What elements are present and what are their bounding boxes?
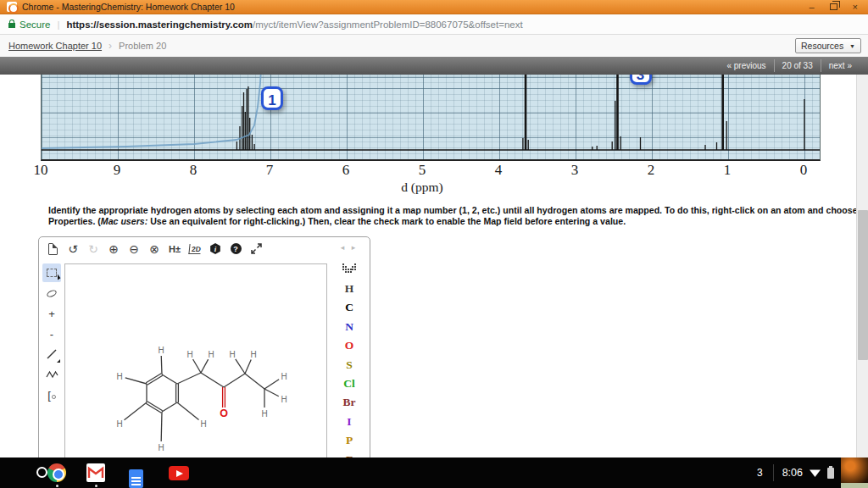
molecule-atom-H[interactable]: H (281, 372, 287, 381)
zoom-in-icon[interactable]: ⊕ (108, 242, 120, 256)
previous-button[interactable]: « previous (719, 59, 773, 72)
single-bond-tool[interactable] (42, 345, 61, 363)
url-separator: | (57, 19, 59, 30)
breadcrumb: Homework Chapter 10 › Problem 20 Resourc… (0, 35, 868, 57)
expand-icon[interactable] (250, 242, 262, 256)
peak-label-badge: 3 (630, 75, 652, 85)
tray-divider (773, 464, 774, 481)
address-bar[interactable]: Secure | https://session.masteringchemis… (0, 14, 868, 35)
resources-label: Resources (801, 41, 843, 51)
element-Br[interactable]: Br (332, 393, 366, 412)
chrome-icon[interactable] (47, 463, 66, 482)
wifi-icon[interactable] (810, 469, 821, 477)
chrome-window-icon (7, 2, 17, 12)
status-tray[interactable]: 3 8:06 (757, 458, 868, 488)
palette-scroll-arrows[interactable]: ◂ ▸ (341, 237, 359, 256)
add-remove-hydrogens-button[interactable]: H± (169, 242, 181, 256)
element-C[interactable]: C (332, 298, 366, 317)
element-P[interactable]: P (332, 431, 366, 450)
redo-icon[interactable]: ↻ (87, 242, 99, 256)
decrease-charge-tool[interactable]: - (42, 324, 61, 343)
notification-count[interactable]: 3 (757, 467, 763, 479)
resources-dropdown[interactable]: Resources ▼ (795, 38, 861, 53)
active-app-dot (56, 485, 58, 487)
axis-tick: 9 (114, 162, 121, 179)
molecule-atom-H[interactable]: H (116, 372, 122, 381)
close-button[interactable]: × (853, 3, 858, 11)
axis-tick: 0 (800, 162, 808, 179)
clean-2d-button[interactable]: 2D (189, 242, 201, 256)
eraser-tool[interactable] (42, 284, 61, 302)
gmail-icon[interactable] (86, 463, 105, 482)
taskbar-shelf: 3 8:06 (0, 458, 868, 488)
periodic-table-icon[interactable] (342, 261, 356, 276)
molecule-atom-H[interactable]: H (158, 443, 164, 452)
instruction-line-1: Identify the appropriate hydrogen atoms … (48, 205, 862, 216)
element-I[interactable]: I (332, 413, 366, 431)
instruction-text: Identify the appropriate hydrogen atoms … (48, 205, 862, 227)
next-button[interactable]: next » (821, 59, 860, 72)
pager-bar: « previous 20 of 33 next » (0, 57, 868, 75)
molecule-atom-O[interactable]: O (220, 408, 228, 419)
select-rectangle-tool[interactable] (42, 263, 61, 282)
zoom-out-icon[interactable]: ⊖ (128, 242, 140, 256)
page-scrollbar[interactable] (856, 75, 868, 458)
molecule-atom-H[interactable]: H (158, 346, 164, 355)
url-domain[interactable]: https://session.masteringchemistry.com (66, 19, 253, 30)
pager-position: 20 of 33 (774, 59, 821, 72)
wallpaper-thumbnail[interactable] (841, 458, 868, 488)
zoom-reset-icon[interactable]: ⊗ (148, 242, 160, 256)
group-abbreviation-tool[interactable]: [ (42, 385, 61, 404)
molecule-atom-H[interactable]: H (208, 350, 214, 359)
breadcrumb-separator: › (108, 40, 112, 52)
axis-tick: 7 (266, 162, 274, 179)
x-axis-ticks: 109876543210 (41, 162, 821, 179)
youtube-icon[interactable] (169, 466, 189, 480)
minimize-button[interactable]: – (809, 3, 814, 11)
chain-tool[interactable] (42, 365, 61, 384)
launcher-icon[interactable] (36, 467, 47, 478)
molecule-atom-H[interactable]: H (186, 350, 192, 359)
molecule-atom-H[interactable]: H (200, 419, 206, 429)
nmr-spectrum: 13 (41, 75, 821, 161)
element-O[interactable]: O (332, 336, 366, 355)
axis-tick: 1 (724, 162, 732, 179)
element-Cl[interactable]: Cl (332, 374, 366, 393)
undo-icon[interactable]: ↺ (67, 242, 79, 256)
molecule-structure: OHHHHHHHHHHHH (65, 264, 326, 485)
new-document-icon[interactable] (47, 242, 58, 256)
screen: Chrome - MasteringChemistry: Homework Ch… (0, 0, 868, 488)
axis-tick: 5 (419, 162, 426, 179)
help-icon[interactable]: ? (230, 242, 242, 256)
axis-tick: 6 (342, 162, 350, 179)
axis-tick: 2 (648, 162, 655, 179)
window-title: Chrome - MasteringChemistry: Homework Ch… (22, 2, 235, 12)
clock[interactable]: 8:06 (782, 467, 803, 479)
url-path[interactable]: /myct/itemView?assignmentProblemID=88067… (253, 19, 523, 30)
molecule-atom-H[interactable]: H (116, 419, 122, 429)
x-axis-label: d (ppm) (41, 180, 804, 195)
nmr-trace (42, 75, 820, 159)
structure-editor: ↺ ↻ ⊕ ⊖ ⊗ H± 2D i ? + - [ (38, 236, 370, 488)
axis-tick: 8 (190, 162, 198, 179)
increase-charge-tool[interactable]: + (42, 304, 61, 323)
drawing-canvas[interactable]: OHHHHHHHHHHHH (64, 263, 327, 485)
element-N[interactable]: N (332, 318, 366, 336)
scrollbar-thumb[interactable] (858, 210, 868, 360)
breadcrumb-current: Problem 20 (119, 41, 166, 51)
molecule-atom-H[interactable]: H (261, 409, 267, 419)
molecule-atom-H[interactable]: H (281, 395, 287, 404)
instruction-line-2: Properties. (Mac users: Use an equivalen… (48, 216, 862, 227)
molecule-atom-H[interactable]: H (229, 350, 235, 359)
element-S[interactable]: S (332, 356, 366, 374)
element-palette: ◂ ▸ HCNOSClBrIPF (331, 237, 368, 469)
element-H[interactable]: H (332, 280, 366, 298)
breadcrumb-parent-link[interactable]: Homework Chapter 10 (8, 41, 102, 51)
axis-tick: 3 (571, 162, 579, 179)
google-docs-icon[interactable] (129, 469, 143, 488)
molecule-atom-H[interactable]: H (250, 350, 256, 359)
structure-info-icon[interactable]: i (209, 242, 221, 256)
secure-lock-icon[interactable] (8, 23, 15, 28)
restore-button[interactable] (830, 3, 837, 10)
battery-icon[interactable] (827, 468, 834, 479)
